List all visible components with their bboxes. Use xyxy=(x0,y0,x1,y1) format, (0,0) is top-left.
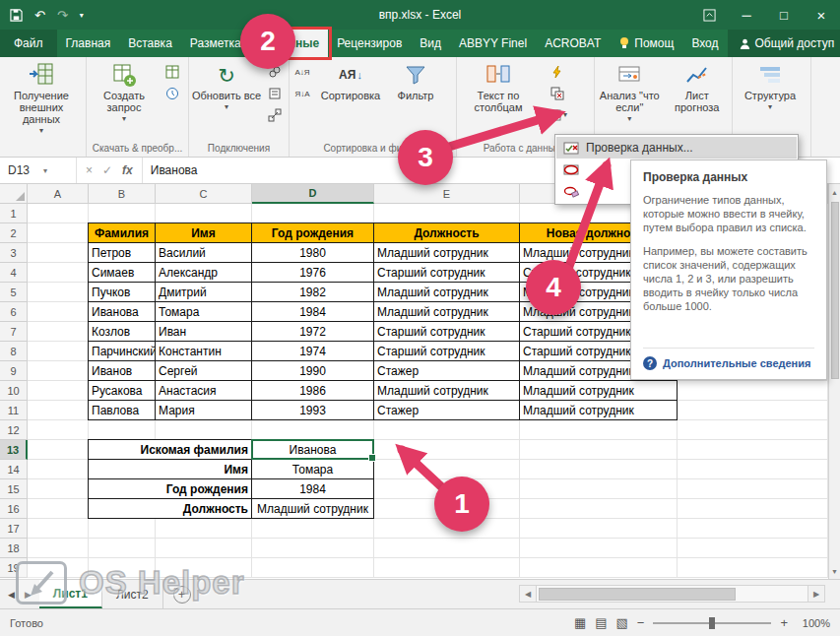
cell-A1[interactable] xyxy=(28,204,89,223)
normal-view-icon[interactable]: ▦ xyxy=(574,615,586,630)
forecast-sheet-button[interactable]: Лист прогноза xyxy=(665,59,731,113)
page-break-view-icon[interactable]: ▧ xyxy=(616,615,628,630)
column-header-B[interactable]: B xyxy=(89,184,156,204)
remove-duplicates-icon[interactable] xyxy=(546,84,569,103)
table-cell[interactable]: Старший сотрудник xyxy=(374,322,520,342)
cell-E19[interactable] xyxy=(374,558,520,578)
sort-descending-icon[interactable]: Я↓А xyxy=(291,84,313,103)
table-cell[interactable]: Пучков xyxy=(89,283,156,302)
row-header-11[interactable]: 11 xyxy=(0,401,28,420)
vertical-scrollbar-thumb[interactable] xyxy=(831,202,839,379)
cell-F19[interactable] xyxy=(520,558,678,578)
table-cell[interactable]: Младший сотрудник xyxy=(520,381,678,401)
table-cell[interactable]: 1984 xyxy=(252,302,374,322)
cell-A11[interactable] xyxy=(28,401,89,420)
prev-sheet-icon[interactable]: ◀ xyxy=(8,590,15,600)
row-header-10[interactable]: 10 xyxy=(0,381,28,401)
row-header-2[interactable]: 2 xyxy=(0,223,28,243)
row-header-3[interactable]: 3 xyxy=(0,243,28,263)
table-cell[interactable]: Стажер xyxy=(374,361,520,381)
cell-G16[interactable] xyxy=(678,499,828,519)
menu-item-data-validation[interactable]: Проверка данных... xyxy=(556,137,797,159)
flash-fill-icon[interactable] xyxy=(546,62,569,82)
sheet-tab-2[interactable]: Лист2 xyxy=(102,580,163,608)
row-header-18[interactable]: 18 xyxy=(0,539,28,558)
cell-G17[interactable] xyxy=(678,519,828,539)
cell-C17[interactable] xyxy=(156,519,252,539)
properties-icon[interactable] xyxy=(264,84,286,103)
zoom-slider-thumb[interactable] xyxy=(709,617,715,629)
table-cell[interactable]: Томара xyxy=(156,302,252,322)
cell-G12[interactable] xyxy=(678,420,828,440)
cell-A15[interactable] xyxy=(28,479,89,499)
qat-customize-icon[interactable]: ▾ xyxy=(80,11,84,20)
cell-G10[interactable] xyxy=(678,381,828,401)
table-cell[interactable]: Александр xyxy=(156,263,252,283)
select-all-corner[interactable] xyxy=(0,184,28,204)
cell-A6[interactable] xyxy=(28,302,89,322)
cell-F13[interactable] xyxy=(520,440,678,460)
cell-A3[interactable] xyxy=(28,243,89,263)
cell-E14[interactable] xyxy=(374,460,520,479)
horizontal-scrollbar-thumb[interactable] xyxy=(539,588,736,601)
zoom-in-icon[interactable]: + xyxy=(780,615,788,630)
row-header-13[interactable]: 13 xyxy=(0,440,28,460)
show-queries-icon[interactable] xyxy=(162,62,183,82)
table-cell[interactable]: Иванова xyxy=(89,302,156,322)
cell-B18[interactable] xyxy=(89,539,156,558)
redo-icon[interactable]: ↷ xyxy=(57,8,68,23)
table-cell[interactable]: 1982 xyxy=(252,283,374,302)
cell-A13[interactable] xyxy=(28,440,89,460)
lookup-value-cell[interactable]: Младший сотрудник xyxy=(252,499,374,519)
cell-E13[interactable] xyxy=(374,440,520,460)
row-header-15[interactable]: 15 xyxy=(0,479,28,499)
row-header-7[interactable]: 7 xyxy=(0,322,28,342)
selected-cell-outline[interactable] xyxy=(251,439,374,460)
lookup-label-cell[interactable]: Год рождения xyxy=(89,479,252,499)
column-header-E[interactable]: E xyxy=(374,184,520,204)
table-cell[interactable]: Младший сотрудник xyxy=(374,283,520,302)
row-header-1[interactable]: 1 xyxy=(0,204,28,223)
cell-B1[interactable] xyxy=(89,204,156,223)
cell-E12[interactable] xyxy=(374,420,520,440)
cell-A17[interactable] xyxy=(28,519,89,539)
cell-G13[interactable] xyxy=(678,440,828,460)
cell-C12[interactable] xyxy=(156,420,252,440)
cell-C19[interactable] xyxy=(156,558,252,578)
cell-A9[interactable] xyxy=(28,361,89,381)
table-cell[interactable]: Козлов xyxy=(89,322,156,342)
row-header-4[interactable]: 4 xyxy=(0,263,28,283)
refresh-all-button[interactable]: ↻ Обновить все ▾ xyxy=(191,59,262,111)
table-cell[interactable]: Константин xyxy=(156,342,252,361)
text-to-columns-button[interactable]: Текст по столбцам xyxy=(459,59,538,113)
cell-A10[interactable] xyxy=(28,381,89,401)
ribbon-display-options-icon[interactable] xyxy=(690,0,728,30)
name-box[interactable]: D13 ▾ xyxy=(0,158,77,183)
scroll-up-icon[interactable]: ▲ xyxy=(829,184,840,200)
cell-F17[interactable] xyxy=(520,519,678,539)
table-cell[interactable]: 1976 xyxy=(252,263,374,283)
row-header-17[interactable]: 17 xyxy=(0,519,28,539)
row-header-16[interactable]: 16 xyxy=(0,499,28,519)
table-cell[interactable]: 1986 xyxy=(252,381,374,401)
cell-A16[interactable] xyxy=(28,499,89,519)
name-box-caret-icon[interactable]: ▾ xyxy=(43,166,47,175)
cell-B17[interactable] xyxy=(89,519,156,539)
cancel-entry-icon[interactable]: × xyxy=(86,163,93,177)
table-cell[interactable]: Павлова xyxy=(89,401,156,420)
column-header-D[interactable]: D xyxy=(252,184,374,204)
table-cell[interactable]: Петров xyxy=(89,243,156,263)
cell-G19[interactable] xyxy=(678,558,828,578)
lookup-value-cell[interactable]: 1984 xyxy=(252,479,374,499)
table-cell[interactable]: Дмитрий xyxy=(156,283,252,302)
tab-home[interactable]: Главная xyxy=(57,30,120,57)
page-layout-view-icon[interactable]: ▤ xyxy=(595,615,607,630)
cell-A5[interactable] xyxy=(28,283,89,302)
cell-D12[interactable] xyxy=(252,420,374,440)
table-cell[interactable]: 1974 xyxy=(252,342,374,361)
lookup-label-cell[interactable]: Искомая фамилия xyxy=(89,440,252,460)
cell-A14[interactable] xyxy=(28,460,89,479)
cell-G14[interactable] xyxy=(678,460,828,479)
next-sheet-icon[interactable]: ▶ xyxy=(25,590,32,600)
scroll-down-icon[interactable]: ▼ xyxy=(829,563,840,579)
